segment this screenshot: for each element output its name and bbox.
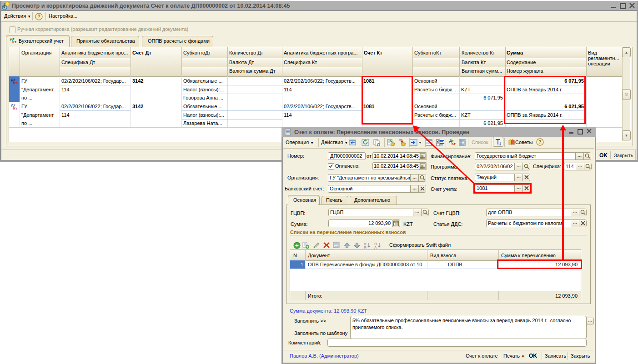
svg-text:?: ?	[538, 140, 541, 145]
svg-text:А: А	[374, 245, 377, 249]
svg-text:док: док	[335, 245, 338, 248]
svg-text:Я: Я	[364, 245, 367, 249]
svg-text:?: ?	[37, 14, 40, 19]
